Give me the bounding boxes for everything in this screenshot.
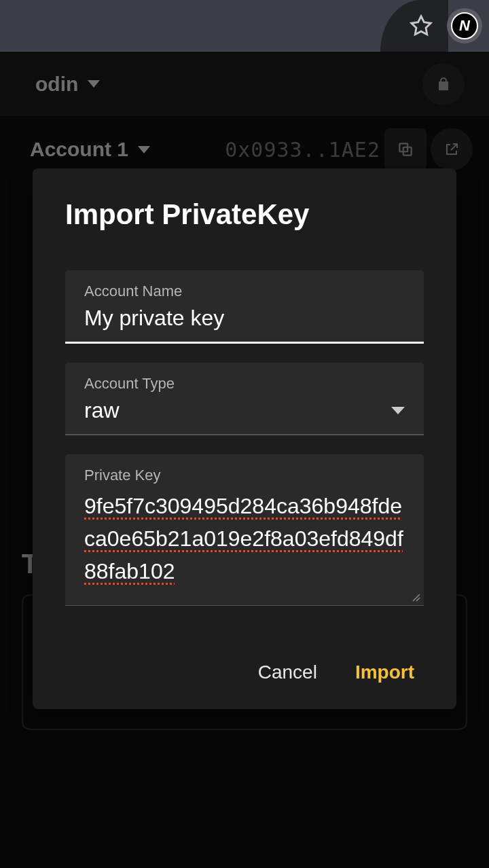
- extension-logo-icon: N: [451, 12, 478, 39]
- extension-button[interactable]: N: [447, 8, 482, 43]
- bookmark-button[interactable]: [406, 11, 436, 41]
- caret-down-icon: [391, 407, 405, 414]
- private-key-input[interactable]: 9fe5f7c309495d284ca36b948fdeca0e65b21a01…: [84, 490, 405, 598]
- account-type-label: Account Type: [84, 375, 405, 393]
- account-type-value: raw: [84, 398, 391, 423]
- dialog-title: Import PrivateKey: [65, 198, 424, 231]
- dialog-actions: Cancel Import: [65, 655, 424, 690]
- cancel-button[interactable]: Cancel: [253, 655, 323, 690]
- svg-line-4: [416, 598, 420, 601]
- import-privatekey-dialog: Import PrivateKey Account Name Account T…: [33, 168, 456, 709]
- import-button[interactable]: Import: [350, 655, 420, 690]
- account-type-field[interactable]: Account Type raw: [65, 363, 424, 435]
- account-name-label: Account Name: [84, 283, 405, 300]
- resize-handle-icon[interactable]: [410, 592, 421, 602]
- private-key-label: Private Key: [84, 467, 405, 484]
- private-key-field[interactable]: Private Key 9fe5f7c309495d284ca36b948fde…: [65, 454, 424, 606]
- browser-toolbar: N: [0, 0, 489, 52]
- account-name-field[interactable]: Account Name: [65, 270, 424, 344]
- svg-marker-0: [412, 16, 431, 34]
- star-icon: [410, 14, 433, 37]
- account-name-input[interactable]: [84, 306, 405, 331]
- svg-line-3: [413, 594, 420, 601]
